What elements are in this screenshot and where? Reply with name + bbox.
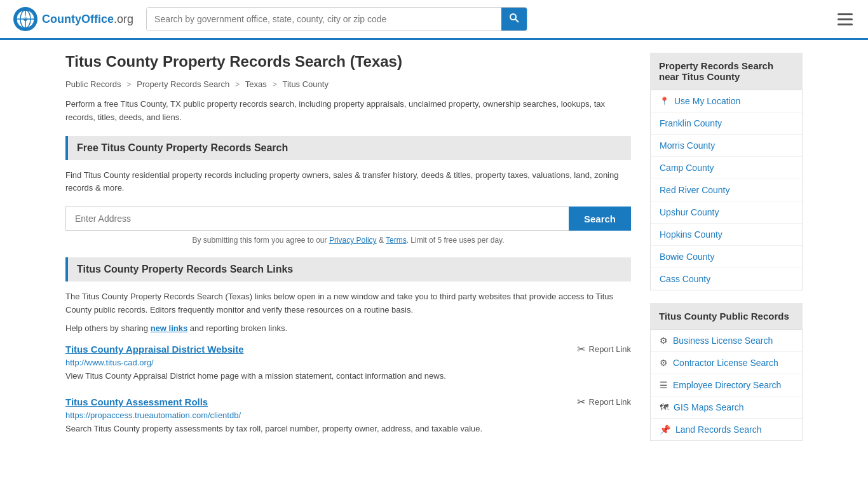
report-label-1: Report Link: [589, 397, 631, 407]
breadcrumb-sep-1: >: [126, 79, 132, 89]
link-item: Titus County Assessment Rolls ✂ Report L…: [65, 396, 631, 436]
link-item-title-0[interactable]: Titus County Appraisal District Website: [65, 344, 244, 355]
address-search-row: Search: [65, 207, 631, 231]
search-button[interactable]: Search: [569, 207, 631, 231]
free-search-description: Find Titus County residential property r…: [65, 169, 631, 196]
sidebar-county-morris-county[interactable]: Morris County: [651, 135, 802, 157]
sidebar-pr-land-records-search[interactable]: 📌Land Records Search: [651, 419, 802, 440]
sidebar-county-hopkins-county[interactable]: Hopkins County: [651, 224, 802, 246]
links-section: Titus County Property Records Search Lin…: [65, 257, 631, 435]
page-header: CountyOffice.org: [0, 0, 868, 40]
report-icon-1: ✂: [577, 396, 585, 408]
sidebar-public-records-section: Titus County Public Records ⚙Business Li…: [650, 303, 803, 441]
report-link-btn-0[interactable]: ✂ Report Link: [577, 343, 631, 355]
svg-point-7: [510, 14, 516, 20]
pr-icon-0: ⚙: [660, 336, 668, 346]
page-title: Titus County Property Records Search (Te…: [65, 53, 631, 71]
terms-link[interactable]: Terms: [386, 236, 407, 245]
sidebar-public-records-links: ⚙Business License Search⚙Contractor Lice…: [650, 329, 803, 441]
pr-icon-1: ⚙: [660, 358, 668, 368]
svg-line-8: [515, 19, 519, 22]
sidebar-county-camp-county[interactable]: Camp County: [651, 157, 802, 179]
links-section-header: Titus County Property Records Search Lin…: [65, 257, 631, 281]
sidebar-county-links: Franklin CountyMorris CountyCamp CountyR…: [651, 112, 802, 290]
disclaimer-pre: By submitting this form you agree to our: [192, 236, 329, 245]
link-item-header-1: Titus County Assessment Rolls ✂ Report L…: [65, 396, 631, 408]
logo[interactable]: CountyOffice.org: [13, 6, 133, 32]
new-links-post: and reporting broken links.: [187, 323, 287, 333]
new-links-text: Help others by sharing new links and rep…: [65, 323, 631, 333]
sidebar-use-my-location[interactable]: 📍 Use My Location: [651, 90, 802, 112]
link-item-title-1[interactable]: Titus County Assessment Rolls: [65, 396, 208, 407]
sidebar-county-bowie-county[interactable]: Bowie County: [651, 246, 802, 268]
sidebar-county-franklin-county[interactable]: Franklin County: [651, 112, 802, 135]
location-icon: 📍: [660, 97, 669, 105]
main-container: Titus County Property Records Search (Te…: [53, 40, 815, 466]
sidebar-nearby-links: 📍 Use My Location Franklin CountyMorris …: [650, 90, 803, 290]
report-link-btn-1[interactable]: ✂ Report Link: [577, 396, 631, 408]
pr-icon-3: 🗺: [660, 402, 668, 412]
hamburger-menu[interactable]: [835, 11, 855, 28]
logo-icon: [13, 6, 38, 32]
breadcrumb: Public Records > Property Records Search…: [65, 79, 631, 89]
breadcrumb-sep-2: >: [235, 79, 240, 89]
pr-label-2: Employee Directory Search: [673, 380, 781, 390]
report-label-0: Report Link: [589, 344, 631, 354]
breadcrumb-titus-county[interactable]: Titus County: [282, 79, 329, 89]
free-search-section: Free Titus County Property Records Searc…: [65, 136, 631, 245]
use-my-location-label: Use My Location: [674, 96, 740, 106]
link-item-desc-0: View Titus County Appraisal District hom…: [65, 370, 631, 383]
sidebar-public-record-items: ⚙Business License Search⚙Contractor Lice…: [651, 330, 802, 440]
menu-line-2: [837, 18, 853, 20]
sidebar-nearby-header: Property Records Search near Titus Count…: [650, 53, 803, 90]
new-links-pre: Help others by sharing: [65, 323, 151, 333]
menu-line-1: [837, 13, 853, 15]
sidebar-pr-employee-directory-search[interactable]: ☰Employee Directory Search: [651, 374, 802, 396]
pr-label-0: Business License Search: [673, 336, 773, 346]
pr-icon-4: 📌: [660, 424, 670, 435]
disclaimer-and: &: [377, 236, 386, 245]
address-input[interactable]: [65, 207, 569, 231]
privacy-policy-link[interactable]: Privacy Policy: [329, 236, 377, 245]
header-search-input[interactable]: [147, 8, 501, 30]
breadcrumb-public-records[interactable]: Public Records: [65, 79, 121, 89]
sidebar-county-cass-county[interactable]: Cass County: [651, 268, 802, 290]
pr-icon-2: ☰: [660, 380, 668, 390]
header-search-button[interactable]: [501, 8, 527, 30]
pr-label-3: GIS Maps Search: [674, 402, 744, 412]
breadcrumb-sep-3: >: [272, 79, 277, 89]
content-area: Titus County Property Records Search (Te…: [65, 53, 631, 454]
new-links-link[interactable]: new links: [151, 323, 188, 333]
link-item-url-1[interactable]: https://propaccess.trueautomation.com/cl…: [65, 410, 631, 420]
sidebar-pr-business-license-search[interactable]: ⚙Business License Search: [651, 330, 802, 352]
sidebar-pr-contractor-license-search[interactable]: ⚙Contractor License Search: [651, 352, 802, 374]
report-icon-0: ✂: [577, 343, 585, 355]
main-description: Perform a free Titus County, TX public p…: [65, 98, 631, 125]
header-search-bar: [146, 7, 527, 31]
breadcrumb-texas[interactable]: Texas: [245, 79, 267, 89]
link-item-desc-1: Search Titus County property assessments…: [65, 423, 631, 436]
links-description: The Titus County Property Records Search…: [65, 290, 631, 317]
form-disclaimer: By submitting this form you agree to our…: [65, 236, 631, 245]
pr-label-1: Contractor License Search: [673, 358, 778, 368]
sidebar-nearby-section: Property Records Search near Titus Count…: [650, 53, 803, 290]
free-search-header: Free Titus County Property Records Searc…: [65, 136, 631, 160]
breadcrumb-property-records-search[interactable]: Property Records Search: [137, 79, 229, 89]
link-item-url-0[interactable]: http://www.titus-cad.org/: [65, 358, 631, 367]
sidebar-pr-gis-maps-search[interactable]: 🗺GIS Maps Search: [651, 396, 802, 419]
link-items-container: Titus County Appraisal District Website …: [65, 343, 631, 436]
pr-label-4: Land Records Search: [675, 424, 761, 435]
link-item-header-0: Titus County Appraisal District Website …: [65, 343, 631, 355]
link-item: Titus County Appraisal District Website …: [65, 343, 631, 383]
menu-line-3: [837, 24, 853, 25]
sidebar-public-records-header: Titus County Public Records: [650, 303, 803, 329]
logo-text: CountyOffice.org: [42, 13, 133, 26]
disclaimer-post: . Limit of 5 free uses per day.: [407, 236, 505, 245]
search-icon: [509, 13, 519, 23]
sidebar: Property Records Search near Titus Count…: [650, 53, 803, 454]
sidebar-county-upshur-county[interactable]: Upshur County: [651, 201, 802, 224]
sidebar-county-red-river-county[interactable]: Red River County: [651, 179, 802, 201]
